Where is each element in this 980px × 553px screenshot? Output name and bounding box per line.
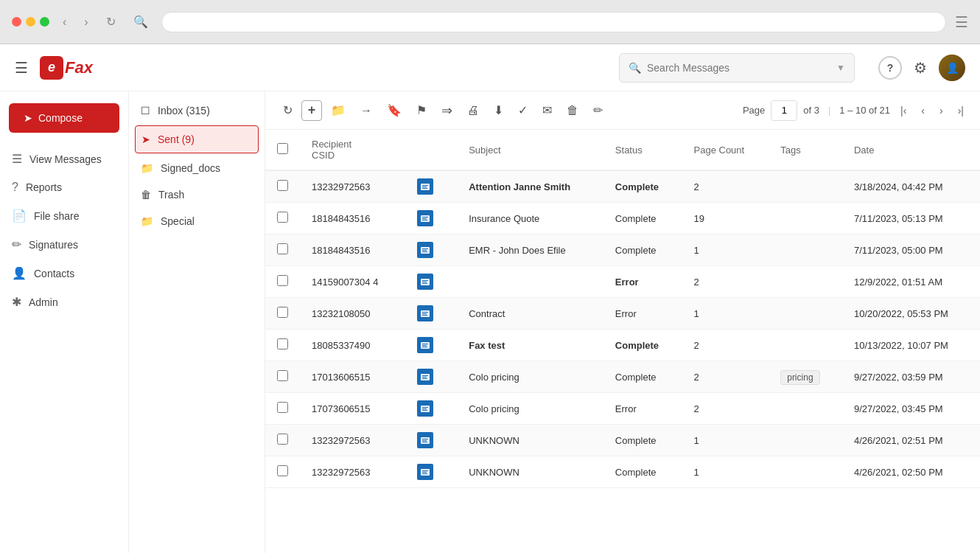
fax-thumb-cell[interactable] [405, 170, 457, 203]
traffic-lights [12, 17, 49, 27]
row-checkbox[interactable] [277, 402, 288, 413]
row-checkbox[interactable] [277, 212, 288, 223]
page-first-button[interactable]: |‹ [896, 102, 911, 119]
move-button[interactable]: → [354, 100, 378, 122]
row-checkbox[interactable] [277, 275, 288, 286]
row-checkbox[interactable] [277, 180, 288, 191]
forward-button-toolbar[interactable]: ⇒ [435, 98, 458, 123]
svg-rect-18 [422, 313, 427, 314]
fax-thumb-cell[interactable] [405, 425, 457, 456]
status-cell: Complete [603, 203, 682, 234]
browser-search-button[interactable]: 🔍 [129, 12, 153, 32]
new-button[interactable]: + [301, 100, 322, 121]
table-row[interactable]: 13232972563 Attention Janne Smith Comple… [265, 170, 980, 203]
table-row[interactable]: 18085337490 Fax test Complete 2 10/13/20… [265, 330, 980, 361]
table-row[interactable]: 18184843516 Insurance Quote Complete 19 … [265, 203, 980, 234]
folder-button[interactable]: 📁 [325, 99, 351, 122]
download-button[interactable]: ⬇ [488, 99, 509, 122]
flag-button[interactable]: ⚑ [410, 99, 433, 122]
row-checkbox-cell[interactable] [265, 234, 300, 266]
email-button[interactable]: ✉ [536, 99, 558, 122]
fax-thumb-cell[interactable] [405, 266, 457, 298]
sidebar-item-contacts[interactable]: 👤 Contacts [0, 259, 128, 288]
page-last-button[interactable]: ›| [953, 102, 968, 119]
check-button[interactable]: ✓ [512, 99, 533, 122]
row-checkbox-cell[interactable] [265, 203, 300, 234]
browser-menu-button[interactable]: ☰ [955, 13, 968, 31]
search-bar[interactable]: 🔍 ▼ [619, 53, 855, 83]
fax-thumb-cell[interactable] [405, 456, 457, 488]
tags-cell [769, 203, 842, 234]
minimize-button[interactable] [26, 17, 35, 27]
fax-thumb-cell[interactable] [405, 298, 457, 330]
table-row[interactable]: 18184843516 EMR - John Does Efile Comple… [265, 234, 980, 266]
row-checkbox-cell[interactable] [265, 361, 300, 393]
sidebar-item-reports[interactable]: ? Reports [0, 173, 128, 201]
status-cell: Complete [603, 425, 682, 456]
tag-badge[interactable]: pricing [780, 370, 819, 385]
delete-button[interactable]: 🗑 [561, 100, 584, 122]
page-next-button[interactable]: › [935, 102, 948, 119]
row-checkbox-cell[interactable] [265, 456, 300, 488]
reload-button[interactable]: ↻ [102, 12, 120, 32]
nav-icons: ? ⚙ 👤 [878, 55, 965, 81]
table-row[interactable]: 13232972563 UNKNOWN Complete 1 4/26/2021… [265, 456, 980, 488]
fax-thumb-cell[interactable] [405, 393, 457, 425]
sidebar-item-view-messages[interactable]: ☰ View Messages [0, 145, 128, 173]
row-checkbox[interactable] [277, 338, 288, 349]
page-prev-button[interactable]: ‹ [917, 102, 929, 119]
sub-sidebar-item-sent[interactable]: ➤ Sent (9) [135, 125, 259, 153]
row-checkbox-cell[interactable] [265, 330, 300, 361]
sub-sidebar-item-signed-docs[interactable]: 📁 Signed_docs [129, 155, 265, 181]
table-row[interactable]: 13232108050 Contract Error 1 10/20/2022,… [265, 298, 980, 330]
logo: e Fax [40, 56, 93, 80]
date-cell: 7/11/2023, 05:13 PM [842, 203, 980, 234]
fax-thumb-cell[interactable] [405, 234, 457, 266]
print-button[interactable]: 🖨 [461, 100, 485, 122]
sidebar-item-signatures[interactable]: ✏ Signatures [0, 230, 128, 259]
row-checkbox[interactable] [277, 243, 288, 254]
row-checkbox[interactable] [277, 370, 288, 381]
search-input[interactable] [647, 62, 830, 74]
page-input[interactable] [771, 100, 797, 121]
row-checkbox-cell[interactable] [265, 425, 300, 456]
row-checkbox-cell[interactable] [265, 266, 300, 298]
sidebar-item-file-share[interactable]: 📄 File share [0, 201, 128, 230]
row-checkbox[interactable] [277, 307, 288, 318]
row-checkbox[interactable] [277, 465, 288, 476]
fax-thumb-cell[interactable] [405, 203, 457, 234]
table-row[interactable]: 17013606515 Colo pricing Complete 2 pric… [265, 361, 980, 393]
row-checkbox-cell[interactable] [265, 298, 300, 330]
subject-cell: Attention Janne Smith [457, 170, 603, 203]
close-button[interactable] [12, 17, 21, 27]
avatar[interactable]: 👤 [939, 55, 965, 81]
view-messages-icon: ☰ [12, 152, 22, 166]
bookmark-button[interactable]: 🔖 [381, 99, 407, 122]
edit-button[interactable]: ✏ [587, 99, 609, 122]
recipient-csid: 13232972563 [300, 425, 405, 456]
back-button[interactable]: ‹ [58, 13, 71, 32]
svg-rect-30 [422, 408, 427, 409]
row-checkbox-cell[interactable] [265, 170, 300, 203]
help-button[interactable]: ? [878, 56, 902, 80]
sub-sidebar-item-inbox[interactable]: ☐ Inbox (315) [129, 97, 265, 124]
sidebar-item-admin[interactable]: ✱ Admin [0, 288, 128, 316]
settings-button[interactable]: ⚙ [914, 59, 927, 77]
row-checkbox[interactable] [277, 434, 288, 445]
table-row[interactable]: 14159007304 4 Error 2 12/9/2022, 01:51 A… [265, 266, 980, 298]
compose-button[interactable]: ➤ Compose [9, 103, 119, 133]
table-row[interactable]: 13232972563 UNKNOWN Complete 1 4/26/2021… [265, 425, 980, 456]
refresh-button[interactable]: ↻ [277, 99, 298, 122]
maximize-button[interactable] [40, 17, 49, 27]
fax-thumb-cell[interactable] [405, 330, 457, 361]
table-row[interactable]: 17073606515 Colo pricing Error 2 9/27/20… [265, 393, 980, 425]
row-checkbox-cell[interactable] [265, 393, 300, 425]
select-all-checkbox[interactable] [277, 143, 288, 154]
fax-thumb-cell[interactable] [405, 361, 457, 393]
date-cell: 10/13/2022, 10:07 PM [842, 330, 980, 361]
forward-button[interactable]: › [80, 13, 92, 32]
svg-rect-5 [422, 217, 428, 218]
sub-sidebar-item-trash[interactable]: 🗑 Trash [129, 181, 265, 208]
sub-sidebar-item-special[interactable]: 📁 Special [129, 208, 265, 234]
hamburger-button[interactable]: ☰ [15, 59, 28, 77]
